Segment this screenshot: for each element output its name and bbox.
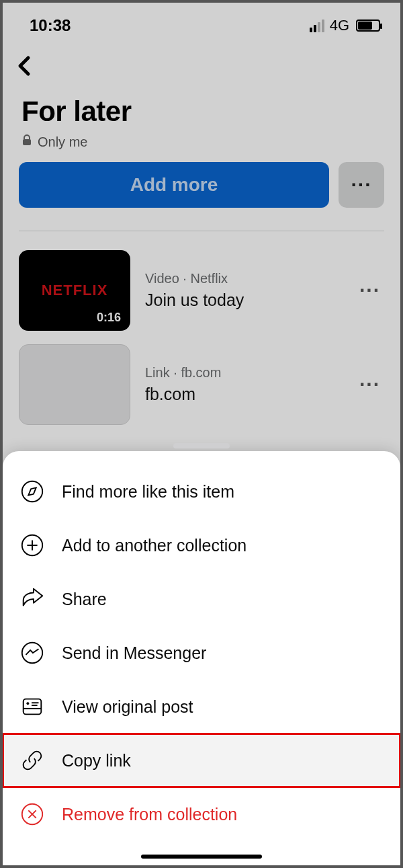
home-indicator[interactable] — [141, 855, 262, 859]
item-title: fb.com — [145, 385, 345, 404]
menu-send-messenger[interactable]: Send in Messenger — [3, 626, 400, 680]
action-sheet: Find more like this item Add to another … — [3, 451, 400, 865]
menu-copy-link[interactable]: Copy link — [3, 734, 400, 787]
add-more-button[interactable]: Add more — [19, 162, 329, 208]
menu-label: Add to another collection — [62, 536, 247, 555]
svg-rect-0 — [23, 139, 31, 145]
collection-more-button[interactable]: ··· — [339, 162, 384, 208]
messenger-icon — [19, 639, 46, 666]
menu-add-collection[interactable]: Add to another collection — [3, 518, 400, 572]
compass-icon — [19, 478, 46, 505]
privacy-label: Only me — [38, 134, 87, 150]
svg-point-7 — [26, 702, 29, 705]
svg-point-1 — [22, 481, 42, 502]
menu-share[interactable]: Share — [3, 572, 400, 626]
link-thumbnail — [19, 344, 130, 425]
saved-item[interactable]: Link · fb.com fb.com ··· — [3, 338, 400, 432]
menu-label: Remove from collection — [62, 805, 237, 824]
svg-rect-6 — [24, 699, 42, 715]
post-icon — [19, 693, 46, 720]
menu-find-more[interactable]: Find more like this item — [3, 465, 400, 518]
privacy-row: Only me — [3, 132, 400, 162]
menu-label: Find more like this item — [62, 482, 234, 502]
video-duration: 0:16 — [91, 309, 126, 327]
menu-label: Send in Messenger — [62, 643, 206, 663]
status-right: 4G — [310, 17, 380, 34]
status-time: 10:38 — [30, 16, 71, 35]
menu-remove[interactable]: Remove from collection — [3, 787, 400, 841]
sheet-drag-handle[interactable] — [173, 443, 230, 448]
remove-circle-icon — [19, 801, 46, 828]
back-button[interactable] — [16, 56, 32, 81]
saved-item[interactable]: NETFLIX 0:16 Video · Netflix Join us tod… — [3, 243, 400, 338]
menu-label: View original post — [62, 697, 193, 717]
item-title: Join us today — [145, 290, 345, 310]
video-thumbnail: NETFLIX 0:16 — [19, 250, 130, 331]
lock-icon — [21, 134, 32, 150]
item-meta: Link · fb.com — [145, 365, 345, 381]
item-more-button[interactable]: ··· — [359, 279, 384, 302]
status-bar: 10:38 4G — [3, 3, 400, 42]
menu-label: Share — [62, 590, 107, 609]
plus-circle-icon — [19, 532, 46, 559]
item-meta: Video · Netflix — [145, 271, 345, 286]
menu-view-original[interactable]: View original post — [3, 680, 400, 734]
item-more-button[interactable]: ··· — [359, 373, 384, 396]
thumbnail-logo: NETFLIX — [42, 282, 108, 299]
battery-icon — [356, 19, 380, 32]
menu-label: Copy link — [62, 751, 131, 771]
link-icon — [19, 747, 46, 774]
share-arrow-icon — [19, 586, 46, 613]
divider — [19, 231, 384, 231]
page-title: For later — [3, 82, 400, 132]
network-label: 4G — [330, 17, 349, 34]
signal-icon — [310, 19, 324, 32]
